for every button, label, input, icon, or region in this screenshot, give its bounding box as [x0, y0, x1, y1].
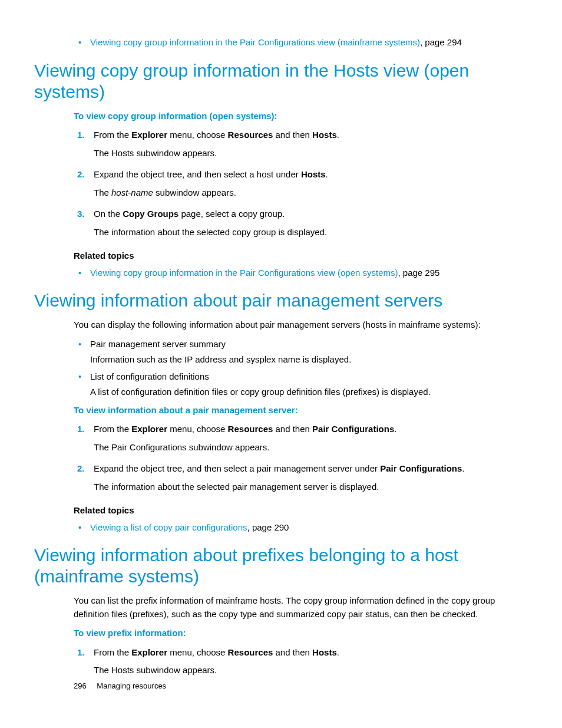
step-result: The Hosts subwindow appears.: [94, 664, 528, 677]
procedure-heading: To view prefix information:: [74, 627, 528, 640]
ui-term: Copy Groups: [123, 209, 178, 219]
step-text: From the: [94, 130, 131, 140]
related-topics-heading: Related topics: [74, 504, 528, 518]
list-item: List of configuration definitions A list…: [74, 370, 528, 399]
step-item: On the Copy Groups page, select a copy g…: [74, 207, 528, 239]
cross-ref-link[interactable]: Viewing copy group information in the Pa…: [90, 268, 398, 278]
bullet-title: List of configuration definitions: [90, 371, 209, 381]
procedure-heading: To view information about a pair managem…: [74, 404, 528, 417]
bullet-desc: A list of configuration definition files…: [90, 386, 528, 399]
ui-term: Resources: [228, 130, 273, 140]
step-item: From the Explorer menu, choose Resources…: [74, 646, 528, 677]
step-text: On the: [94, 209, 123, 219]
ui-term: Pair Configurations: [380, 463, 462, 473]
step-text: Expand the object tree, and then select …: [94, 169, 301, 179]
bullet-title: Pair management server summary: [90, 339, 226, 349]
section-heading: Viewing copy group information in the Ho…: [34, 60, 528, 103]
cross-ref-link[interactable]: Viewing copy group information in the Pa…: [90, 37, 420, 47]
ui-term: Explorer: [131, 647, 167, 657]
step-result: The Hosts subwindow appears.: [94, 147, 528, 160]
italic-term: host-name: [111, 187, 153, 197]
step-text: From the: [94, 424, 131, 434]
step-result: The host-name subwindow appears.: [94, 186, 528, 200]
related-topics-list: Viewing a list of copy pair configuratio…: [74, 521, 528, 535]
bullet-desc: Information such as the IP address and s…: [90, 353, 528, 367]
body-paragraph: You can list the prefix information of m…: [74, 594, 528, 621]
ui-term: Hosts: [312, 647, 337, 657]
related-topics-list: Viewing copy group information in the Pa…: [74, 266, 528, 280]
ui-term: Explorer: [131, 424, 167, 434]
footer-section: Managing resources: [97, 681, 166, 690]
step-item: From the Explorer menu, choose Resources…: [74, 129, 528, 160]
list-item: Viewing a list of copy pair configuratio…: [74, 521, 528, 535]
section-heading: Viewing information about pair managemen…: [34, 290, 528, 311]
procedure-heading: To view copy group information (open sys…: [74, 110, 528, 123]
step-result: The information about the selected pair …: [94, 480, 528, 494]
page-number: 296: [74, 680, 87, 692]
step-result: The Pair Configurations subwindow appear…: [94, 441, 528, 454]
step-text: Expand the object tree, and then select …: [94, 463, 380, 473]
page-ref: , page 290: [247, 522, 289, 532]
step-item: From the Explorer menu, choose Resources…: [74, 423, 528, 454]
page-ref: , page 294: [420, 37, 462, 47]
step-item: Expand the object tree, and then select …: [74, 168, 528, 199]
related-topics-heading: Related topics: [74, 249, 528, 263]
top-bullet-list: Viewing copy group information in the Pa…: [74, 36, 528, 50]
info-bullet-list: Pair management server summary Informati…: [74, 338, 528, 399]
section-heading: Viewing information about prefixes belon…: [34, 545, 528, 587]
list-item: Pair management server summary Informati…: [74, 338, 528, 367]
body-paragraph: You can display the following informatio…: [74, 318, 528, 332]
cross-ref-link[interactable]: Viewing a list of copy pair configuratio…: [90, 522, 247, 532]
list-item: Viewing copy group information in the Pa…: [74, 36, 528, 50]
procedure-steps: From the Explorer menu, choose Resources…: [74, 423, 528, 493]
list-item: Viewing copy group information in the Pa…: [74, 266, 528, 280]
step-text: From the: [94, 647, 131, 657]
step-item: Expand the object tree, and then select …: [74, 462, 528, 493]
ui-term: Resources: [228, 424, 273, 434]
page-ref: , page 295: [398, 268, 439, 278]
procedure-steps: From the Explorer menu, choose Resources…: [74, 129, 528, 239]
ui-term: Hosts: [301, 169, 326, 179]
page-footer: 296 Managing resources: [74, 680, 166, 692]
procedure-steps: From the Explorer menu, choose Resources…: [74, 646, 528, 677]
step-result: The information about the selected copy …: [94, 226, 528, 239]
ui-term: Explorer: [131, 130, 167, 140]
ui-term: Hosts: [312, 130, 337, 140]
document-page: Viewing copy group information in the Pa…: [0, 0, 562, 728]
ui-term: Pair Configurations: [312, 424, 394, 434]
ui-term: Resources: [228, 647, 273, 657]
